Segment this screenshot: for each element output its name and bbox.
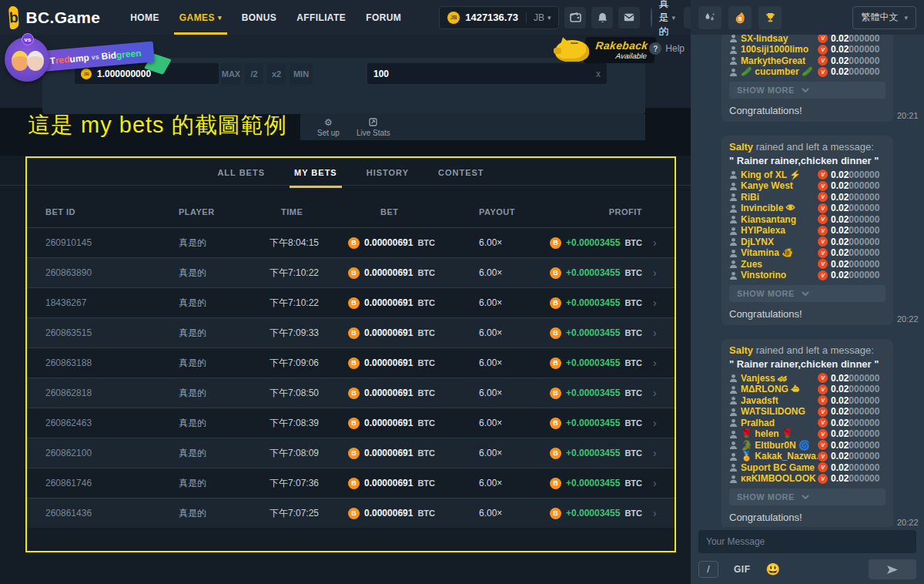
rain-recipient-name[interactable]: Kanye West [741, 180, 818, 191]
tab-my-bets[interactable]: MY BETS [293, 158, 339, 187]
chat-toggle-button[interactable] [684, 7, 691, 29]
bet-table-row[interactable]: 260861746 真是的 下午7:07:36 B 0.00000691 BTC… [27, 468, 675, 498]
contest-button[interactable] [758, 6, 782, 29]
payout-input[interactable]: 100 x [367, 63, 607, 84]
tab-history[interactable]: HISTORY [365, 158, 410, 187]
rain-recipient-name[interactable]: Vanjess 🏎 [741, 373, 818, 384]
rain-recipient-name[interactable]: WATSILIDONG [741, 406, 818, 417]
brand-title[interactable]: BC.Game [26, 8, 101, 27]
row-chevron-icon[interactable]: › [653, 267, 675, 279]
row-chevron-icon[interactable]: › [653, 297, 675, 309]
profit-unit: BTC [624, 328, 642, 337]
bet-amount: 0.00000691 [364, 327, 413, 338]
notifications-button[interactable] [591, 7, 613, 29]
bet-table-row[interactable]: 18436267 真是的 下午7:10:22 B 0.00000691 BTC … [27, 287, 675, 317]
bet-table-row[interactable]: 260863188 真是的 下午7:09:06 B 0.00000691 BTC… [27, 347, 675, 378]
rain-recipient-name[interactable]: 100siji1000limo [741, 44, 818, 55]
live-stats-button[interactable]: Live Stats [357, 118, 390, 137]
rain-recipient-name[interactable]: RiBi [741, 192, 818, 203]
wallet-button[interactable] [564, 7, 586, 29]
rain-recipient-name[interactable]: Vinstorino [741, 270, 818, 280]
rain-sender[interactable]: Salty [729, 344, 753, 356]
setup-button[interactable]: ⚙ Set up [317, 118, 340, 137]
row-chevron-icon[interactable]: › [653, 447, 675, 459]
nav-item-forum[interactable]: FORUM▾ [356, 0, 411, 35]
bet-amount: 0.00000691 [364, 297, 413, 308]
show-more-button[interactable]: SHOW MORE [729, 488, 886, 505]
rain-recipient-name[interactable]: Vitamina 🐠 [741, 247, 818, 258]
nav-item-affiliate[interactable]: AFFILIATE▾ [286, 0, 356, 35]
bet-table-row[interactable]: 260862100 真是的 下午7:08:09 B 0.00000691 BTC… [27, 438, 675, 468]
balance-display[interactable]: JB 1427136.73 JB ▾ [439, 6, 559, 29]
bet-table-row[interactable]: 260863515 真是的 下午7:09:33 B 0.00000691 BTC… [27, 317, 675, 347]
bet-table-row[interactable]: 260862463 真是的 下午7:08:39 B 0.00000691 BTC… [27, 408, 675, 438]
max-button[interactable]: MAX [221, 63, 241, 84]
btc-coin-icon: B [550, 448, 561, 459]
rain-recipient-name[interactable]: SX-lindsay [741, 35, 818, 44]
language-selector[interactable]: 繁體中文 ▾ [852, 6, 916, 29]
slash-command-button[interactable]: / [698, 561, 718, 578]
app: b BC.Game HOME▾GAMES▾BONUS▾AFFILIATE▾FOR… [0, 0, 924, 584]
user-avatar[interactable] [651, 8, 652, 28]
row-chevron-icon[interactable]: › [653, 237, 675, 249]
min-button[interactable]: MIN [290, 63, 313, 84]
user-menu-caret-icon[interactable]: ▾ [671, 14, 675, 22]
rain-button[interactable] [698, 6, 721, 29]
bcgame-logo-icon[interactable]: b [8, 5, 19, 29]
nav-item-home[interactable]: HOME▾ [120, 0, 169, 35]
rain-recipient-name[interactable]: 🌹 helen 🌹 [741, 428, 818, 439]
bet-table-row[interactable]: 260861436 真是的 下午7:07:25 B 0.00000691 BTC… [27, 498, 675, 528]
show-more-button[interactable]: SHOW MORE [729, 285, 886, 302]
chat-message-input[interactable] [698, 530, 916, 553]
bet-table-row[interactable]: 260862818 真是的 下午7:08:50 B 0.00000691 BTC… [27, 378, 675, 408]
coin-drop-button[interactable]: B [728, 6, 752, 29]
rain-recipient-row: Vinstorino V 0.02 000000 [729, 270, 886, 281]
rain-recipient-name[interactable]: 🥒 cucumber 🥒 [741, 66, 818, 77]
rain-recipient-name[interactable]: MΔRLONG ⛴ [741, 384, 818, 394]
messages-button[interactable] [618, 7, 640, 29]
rain-recipient-name[interactable]: 🐊 EltIbur0N 🌀 [741, 440, 818, 451]
rakeback-widget[interactable]: Rakeback Available [555, 37, 655, 63]
emoji-button[interactable]: 😃 [766, 563, 781, 576]
rain-recipient-name[interactable]: ᴋʀKIMBOOLOOK [741, 473, 818, 484]
bet-player: 真是的 [179, 357, 270, 370]
rain-recipient-name[interactable]: 🏅 Kakak_Nazwa… [741, 451, 818, 461]
rain-amount: V 0.02 000000 [818, 428, 886, 439]
bet-table-row[interactable]: 260910145 真是的 下午8:04:15 B 0.00000691 BTC… [27, 227, 675, 257]
event-banner[interactable]: TredumpvsBidgreen vs [3, 35, 161, 83]
row-chevron-icon[interactable]: › [653, 357, 675, 369]
rain-recipient-name[interactable]: Zues [741, 259, 818, 270]
nav-item-bonus[interactable]: BONUS▾ [232, 0, 286, 35]
help-button[interactable]: ? Help [649, 42, 685, 55]
rain-recipient-name[interactable]: MarkytheGreat [741, 55, 818, 66]
profit-unit: BTC [624, 358, 642, 368]
row-chevron-icon[interactable]: › [653, 477, 675, 489]
half-button[interactable]: /2 [245, 63, 263, 84]
rain-recipient-name[interactable]: Kiansantang [741, 214, 818, 225]
user-name[interactable]: 真是的 [658, 0, 668, 39]
show-more-button[interactable]: SHOW MORE [729, 82, 886, 99]
rain-sender[interactable]: Salty [729, 141, 753, 153]
rain-recipient-name[interactable]: HYIPalexa [741, 225, 818, 236]
bet-payout: 6.00× [479, 508, 548, 519]
rain-recipient-row: HYIPalexa V 0.02 000000 [729, 225, 886, 237]
balance-currency[interactable]: JB [526, 12, 544, 23]
row-chevron-icon[interactable]: › [653, 507, 675, 519]
row-chevron-icon[interactable]: › [653, 327, 675, 339]
gif-button[interactable]: GIF [734, 564, 751, 575]
row-chevron-icon[interactable]: › [653, 387, 675, 399]
rain-recipient-name[interactable]: DjLYNX [741, 237, 818, 247]
tab-all-bets[interactable]: ALL BETS [216, 158, 266, 187]
rain-recipient-name[interactable]: Pralhad [741, 418, 818, 428]
double-button[interactable]: x2 [267, 63, 286, 84]
chat-messages[interactable]: V 0.02 000000 SX-lindsay V 0.02 000000 1… [691, 35, 924, 527]
nav-item-games[interactable]: GAMES▾ [169, 0, 232, 35]
send-button[interactable] [869, 559, 916, 579]
row-chevron-icon[interactable]: › [653, 417, 675, 429]
rain-recipient-name[interactable]: King of XL ⚡ [741, 169, 818, 180]
tab-contest[interactable]: CONTEST [437, 158, 486, 187]
rain-recipient-name[interactable]: Invincible 👁 [741, 203, 818, 213]
bet-table-row[interactable]: 260863890 真是的 下午7:10:22 B 0.00000691 BTC… [27, 257, 675, 287]
rain-recipient-name[interactable]: Suport BC Game [741, 462, 818, 473]
rain-recipient-name[interactable]: Javadsft [741, 395, 818, 406]
